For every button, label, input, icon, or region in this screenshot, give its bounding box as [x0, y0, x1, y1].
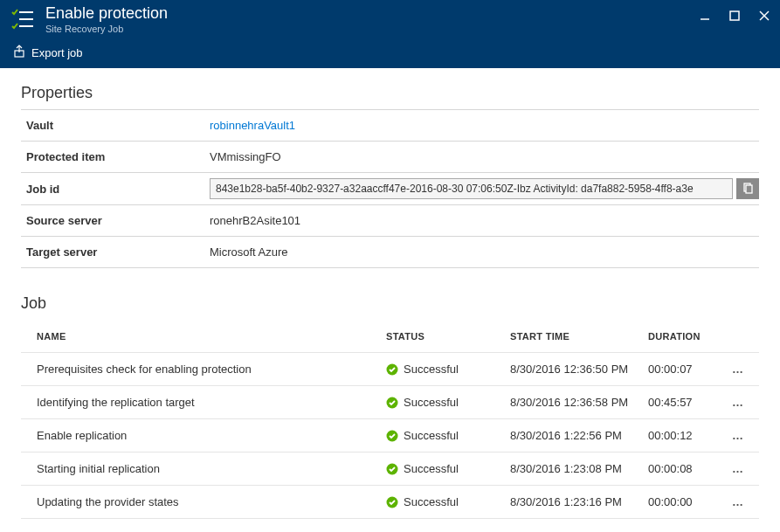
job-heading: Job	[21, 294, 759, 313]
table-row: Enable replication Successful 8/30/2016 …	[21, 419, 759, 453]
column-header-start: START TIME	[510, 331, 648, 342]
minimize-button[interactable]	[696, 7, 714, 24]
column-header-name: NAME	[37, 331, 386, 342]
table-row: Identifying the replication target Succe…	[21, 386, 759, 419]
job-start-time: 8/30/2016 1:22:56 PM	[510, 429, 648, 442]
job-duration: 00:00:07	[648, 363, 727, 376]
job-name: Prerequisites check for enabling protect…	[37, 363, 386, 376]
app-icon	[9, 5, 37, 33]
title-bar: Enable protection Site Recovery Job	[0, 0, 780, 42]
job-name: Enable replication	[37, 429, 386, 442]
job-table: NAME STATUS START TIME DURATION Prerequi…	[21, 320, 759, 519]
table-row: Prerequisites check for enabling protect…	[21, 353, 759, 386]
job-duration: 00:00:08	[648, 462, 727, 475]
job-start-time: 8/30/2016 1:23:08 PM	[510, 462, 648, 475]
export-job-button[interactable]: Export job	[12, 45, 83, 61]
page-subtitle: Site Recovery Job	[45, 23, 168, 35]
job-name: Updating the provider states	[37, 495, 386, 508]
export-icon	[12, 45, 26, 61]
status-text: Successful	[404, 429, 459, 442]
svg-rect-4	[730, 11, 739, 20]
row-menu-button[interactable]: …	[728, 362, 749, 377]
table-row: Starting initial replication Successful …	[21, 453, 759, 486]
property-row-target-server: Target server Microsoft Azure	[21, 237, 759, 268]
success-icon	[386, 430, 398, 442]
row-menu-button[interactable]: …	[728, 494, 749, 510]
column-header-status: STATUS	[386, 331, 510, 342]
job-id-field[interactable]	[210, 178, 733, 199]
property-row-vault: Vault robinnehraVault1	[21, 110, 759, 142]
property-value: Microsoft Azure	[210, 245, 759, 259]
job-duration: 00:00:00	[648, 495, 727, 508]
status-text: Successful	[404, 363, 459, 376]
maximize-button[interactable]	[726, 7, 743, 24]
success-icon	[386, 397, 398, 409]
success-icon	[386, 363, 398, 376]
property-row-source-server: Source server ronehrB2Asite101	[21, 205, 759, 237]
vault-link[interactable]: robinnehraVault1	[210, 119, 759, 132]
property-row-protected-item: Protected item VMmissingFO	[21, 142, 759, 173]
properties-table: Vault robinnehraVault1 Protected item VM…	[21, 109, 759, 268]
row-menu-button[interactable]: …	[728, 395, 749, 411]
job-start-time: 8/30/2016 1:23:16 PM	[510, 495, 648, 508]
property-row-job-id: Job id	[21, 173, 759, 205]
property-value: VMmissingFO	[210, 150, 759, 163]
property-value: ronehrB2Asite101	[210, 214, 759, 227]
job-table-header: NAME STATUS START TIME DURATION	[21, 320, 759, 353]
close-button[interactable]	[756, 7, 773, 24]
job-duration: 00:45:57	[648, 396, 727, 409]
property-label: Protected item	[21, 150, 210, 163]
job-duration: 00:00:12	[648, 429, 727, 442]
status-text: Successful	[404, 462, 459, 475]
status-text: Successful	[404, 495, 459, 508]
property-label: Job id	[21, 183, 210, 196]
job-start-time: 8/30/2016 12:36:50 PM	[510, 363, 648, 376]
success-icon	[386, 463, 398, 475]
svg-rect-9	[746, 185, 752, 193]
success-icon	[386, 496, 398, 508]
row-menu-button[interactable]: …	[728, 461, 749, 477]
property-label: Vault	[21, 119, 210, 132]
copy-icon	[742, 182, 754, 197]
property-label: Target server	[21, 245, 210, 259]
status-text: Successful	[404, 396, 459, 409]
table-row: Updating the provider states Successful …	[21, 486, 759, 519]
property-label: Source server	[21, 214, 210, 227]
export-job-label: Export job	[31, 46, 83, 59]
job-name: Starting initial replication	[37, 462, 386, 475]
job-name: Identifying the replication target	[37, 396, 386, 409]
properties-heading: Properties	[21, 84, 759, 102]
page-title: Enable protection	[45, 3, 168, 23]
job-start-time: 8/30/2016 12:36:58 PM	[510, 396, 648, 409]
row-menu-button[interactable]: …	[728, 428, 749, 444]
copy-button[interactable]	[736, 178, 759, 199]
toolbar: Export job	[0, 42, 780, 68]
column-header-duration: DURATION	[648, 331, 727, 342]
